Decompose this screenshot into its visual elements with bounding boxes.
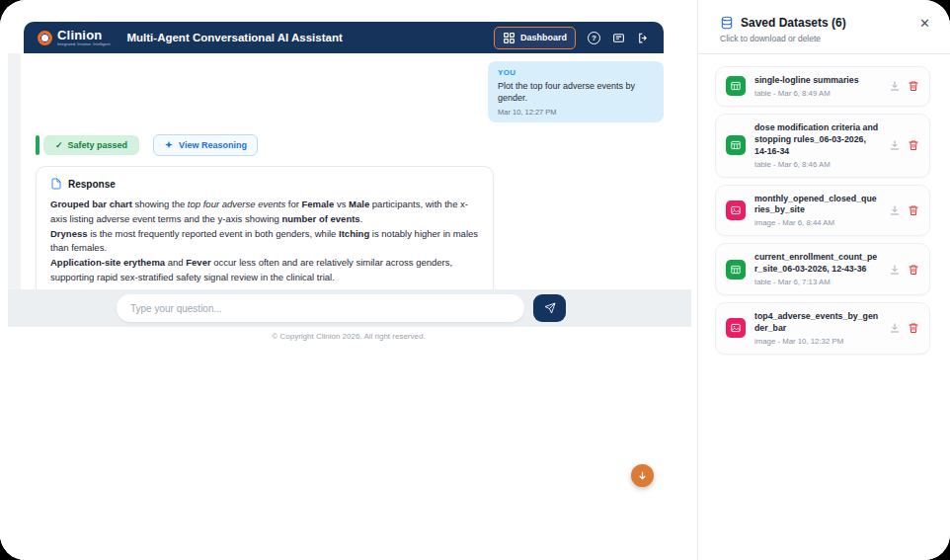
check-icon: ✓ bbox=[55, 140, 63, 150]
dataset-name: monthly_opened_closed_queries_by_site bbox=[754, 194, 880, 217]
app-window: Clinion Integrated. Intuitive. Intellige… bbox=[0, 0, 950, 560]
arrow-down-icon bbox=[637, 470, 648, 481]
user-message-text: Plot the top four adverse events by gend… bbox=[498, 80, 654, 104]
image-icon bbox=[726, 318, 746, 338]
logo-text: Clinion bbox=[57, 29, 111, 41]
view-reasoning-label: View Reasoning bbox=[179, 140, 247, 150]
clinion-logo-icon bbox=[38, 31, 52, 45]
panel-subtitle: Click to download or delete bbox=[698, 30, 950, 54]
top-navbar: Clinion Integrated. Intuitive. Intellige… bbox=[24, 22, 664, 53]
clinion-logo: Clinion Integrated. Intuitive. Intellige… bbox=[38, 29, 111, 46]
panel-title: Saved Datasets (6) bbox=[741, 16, 912, 30]
message-timestamp: Mar 10, 12:27 PM bbox=[498, 108, 654, 117]
dataset-meta: table - Mar 6, 8:49 AM bbox=[754, 89, 880, 98]
response-header: Response bbox=[68, 179, 116, 190]
response-card: Response Grouped bar chart showing the t… bbox=[36, 166, 494, 289]
safety-badge-label: Safety passed bbox=[68, 140, 128, 150]
dataset-item[interactable]: monthly_opened_closed_queries_by_siteima… bbox=[715, 185, 930, 237]
dataset-meta: image - Mar 10, 12:32 PM bbox=[754, 337, 880, 346]
download-icon[interactable] bbox=[889, 264, 901, 276]
dashboard-button[interactable]: Dashboard bbox=[494, 27, 576, 49]
document-icon bbox=[50, 178, 62, 190]
dataset-list: single-logline summariestable - Mar 6, 8… bbox=[698, 54, 950, 355]
trash-icon[interactable] bbox=[908, 80, 919, 92]
dataset-meta: table - Mar 6, 8:46 AM bbox=[754, 160, 880, 169]
database-icon bbox=[720, 16, 734, 30]
dataset-name: single-logline summaries bbox=[754, 75, 880, 87]
view-reasoning-button[interactable]: View Reasoning bbox=[153, 134, 258, 156]
download-icon[interactable] bbox=[889, 80, 901, 92]
dataset-meta: image - Mar 6, 8:44 AM bbox=[754, 218, 880, 227]
trash-icon[interactable] bbox=[908, 322, 919, 334]
chat-column: Clinion Integrated. Intuitive. Intellige… bbox=[0, 0, 697, 560]
sparkle-icon bbox=[164, 140, 174, 150]
dataset-name: current_enrollment_count_per_site_06-03-… bbox=[754, 252, 880, 276]
app-title: Multi-Agent Conversational AI Assistant bbox=[126, 32, 478, 43]
response-line: Dryness is the most frequently reported … bbox=[50, 227, 479, 256]
composer-bar bbox=[8, 289, 691, 327]
table-icon bbox=[726, 135, 746, 155]
trash-icon[interactable] bbox=[908, 204, 919, 216]
dataset-meta: table - Mar 6, 7:13 AM bbox=[754, 278, 880, 286]
dataset-name: dose modification criteria and stopping … bbox=[754, 122, 880, 158]
download-icon[interactable] bbox=[889, 139, 901, 151]
help-icon[interactable]: ? bbox=[588, 32, 600, 44]
image-icon bbox=[726, 200, 746, 220]
dataset-item[interactable]: dose modification criteria and stopping … bbox=[715, 114, 930, 178]
table-icon bbox=[726, 260, 746, 280]
grid-icon bbox=[503, 32, 515, 44]
safety-accent-bar bbox=[36, 135, 40, 155]
close-icon[interactable]: ✕ bbox=[919, 17, 930, 30]
user-message-bubble: YOU Plot the top four adverse events by … bbox=[488, 61, 664, 122]
trash-icon[interactable] bbox=[908, 264, 919, 276]
chat-left-rail bbox=[8, 53, 21, 289]
message-sender-label: YOU bbox=[498, 68, 654, 77]
dashboard-label: Dashboard bbox=[520, 33, 567, 42]
table-icon bbox=[726, 76, 746, 96]
scroll-to-bottom-button[interactable] bbox=[631, 464, 654, 487]
trash-icon[interactable] bbox=[908, 139, 919, 151]
safety-passed-badge: ✓ Safety passed bbox=[43, 135, 139, 155]
chat-scroll-area[interactable]: YOU Plot the top four adverse events by … bbox=[0, 53, 697, 289]
dataset-item[interactable]: single-logline summariestable - Mar 6, 8… bbox=[715, 66, 930, 107]
copyright-text: © Copyright Clinion 2026. All right rese… bbox=[0, 327, 697, 560]
send-button[interactable] bbox=[533, 294, 566, 322]
download-icon[interactable] bbox=[889, 204, 901, 216]
dataset-item[interactable]: current_enrollment_count_per_site_06-03-… bbox=[715, 243, 930, 295]
response-text: Grouped bar chart showing the top four a… bbox=[50, 198, 479, 284]
messages-icon[interactable] bbox=[612, 32, 625, 44]
response-line: Application-site erythema and Fever occu… bbox=[50, 256, 479, 284]
dataset-item[interactable]: top4_adverse_events_by_gender_barimage -… bbox=[715, 302, 930, 355]
logo-tagline: Integrated. Intuitive. Intelligent. bbox=[57, 42, 111, 46]
response-line: Grouped bar chart showing the top four a… bbox=[50, 198, 479, 226]
logout-icon[interactable] bbox=[637, 32, 650, 44]
saved-datasets-panel: Saved Datasets (6) ✕ Click to download o… bbox=[697, 0, 950, 560]
dataset-name: top4_adverse_events_by_gender_bar bbox=[754, 311, 880, 335]
download-icon[interactable] bbox=[889, 322, 901, 334]
send-icon bbox=[544, 302, 556, 314]
question-input[interactable] bbox=[117, 294, 524, 322]
